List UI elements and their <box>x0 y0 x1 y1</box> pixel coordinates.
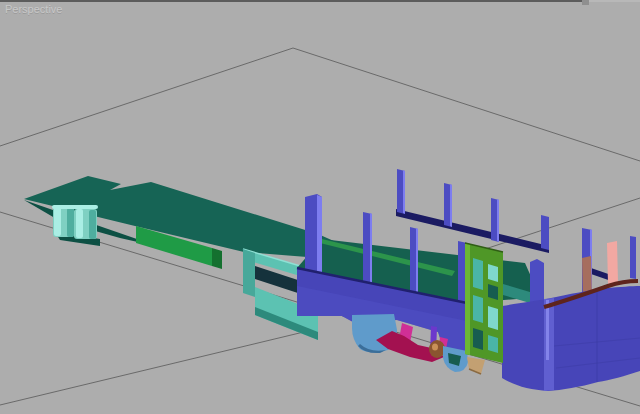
border-tick <box>582 0 589 5</box>
stake-post[interactable] <box>630 236 636 279</box>
ramp-left-wall[interactable] <box>243 249 255 297</box>
stake-post[interactable] <box>541 215 549 250</box>
headboard-edge <box>465 243 470 355</box>
ramp-lobe-highlight <box>76 209 83 238</box>
ramp-lobe-highlight <box>54 207 61 236</box>
ramp-block-top-edge <box>52 205 98 209</box>
ramp-lobe-shade <box>67 208 74 237</box>
trailer-skirt-end[interactable] <box>212 248 222 269</box>
frame-slot <box>488 335 498 353</box>
frame-slot <box>488 306 498 330</box>
stake-post-edge <box>403 170 405 214</box>
top-border-light <box>586 0 640 2</box>
3d-scene[interactable] <box>0 0 640 414</box>
frame-slot <box>473 328 483 350</box>
frame-slot <box>473 295 483 323</box>
salmon-post[interactable] <box>607 241 618 284</box>
stake-post-edge <box>317 195 322 275</box>
stake-post-edge <box>497 199 499 242</box>
axle-hub-cap <box>432 344 438 351</box>
viewport-label[interactable]: Perspective <box>5 3 62 15</box>
headboard-group[interactable] <box>465 243 503 374</box>
perspective-viewport[interactable]: Perspective <box>0 0 640 414</box>
stake-post-edge <box>450 184 452 227</box>
loading-ramp-block[interactable] <box>52 205 98 239</box>
frame-slot <box>488 264 498 282</box>
cab-facet-highlight <box>546 300 549 360</box>
frame-slot <box>473 258 483 290</box>
top-border <box>0 0 640 2</box>
stake-post-edge <box>416 228 418 300</box>
stake-post-edge <box>370 213 372 290</box>
ramp-lobe-shade <box>89 210 96 239</box>
